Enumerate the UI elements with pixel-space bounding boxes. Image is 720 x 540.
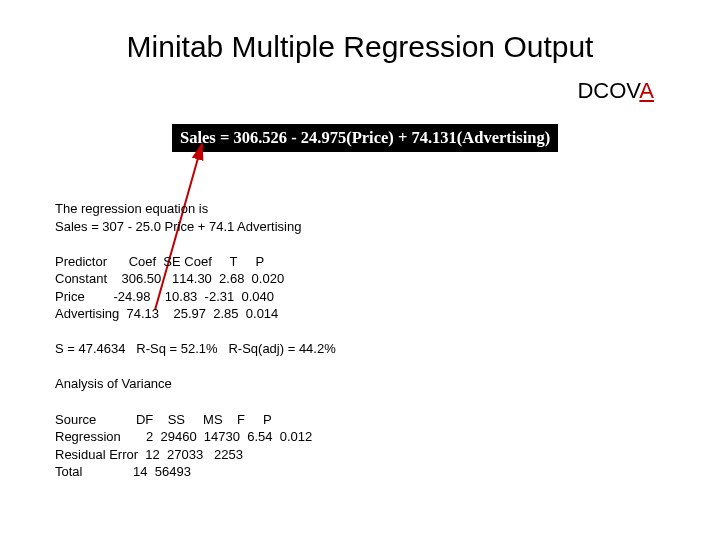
coef-row: Advertising 74.13 25.97 2.85 0.014 (55, 306, 278, 321)
stats-line: S = 47.4634 R-Sq = 52.1% R-Sq(adj) = 44.… (55, 341, 336, 356)
coef-header: Predictor Coef SE Coef T P (55, 254, 264, 269)
slide: Minitab Multiple Regression Output DCOVA… (0, 0, 720, 540)
anova-title: Analysis of Variance (55, 376, 172, 391)
coef-row: Price -24.98 10.83 -2.31 0.040 (55, 289, 274, 304)
anova-row: Residual Error 12 27033 2253 (55, 447, 243, 462)
regression-output: The regression equation is Sales = 307 -… (55, 200, 336, 481)
dcova-prefix: DCOV (577, 78, 639, 103)
regression-equation-box: Sales = 306.526 - 24.975(Price) + 74.131… (172, 124, 558, 152)
dcova-label: DCOVA (577, 78, 654, 104)
slide-title: Minitab Multiple Regression Output (0, 30, 720, 64)
coef-row: Constant 306.50 114.30 2.68 0.020 (55, 271, 284, 286)
anova-row: Regression 2 29460 14730 6.54 0.012 (55, 429, 312, 444)
reg-intro-1: The regression equation is (55, 201, 208, 216)
anova-row: Total 14 56493 (55, 464, 191, 479)
reg-intro-2: Sales = 307 - 25.0 Price + 74.1 Advertis… (55, 219, 301, 234)
anova-header: Source DF SS MS F P (55, 412, 272, 427)
dcova-a: A (639, 78, 654, 103)
